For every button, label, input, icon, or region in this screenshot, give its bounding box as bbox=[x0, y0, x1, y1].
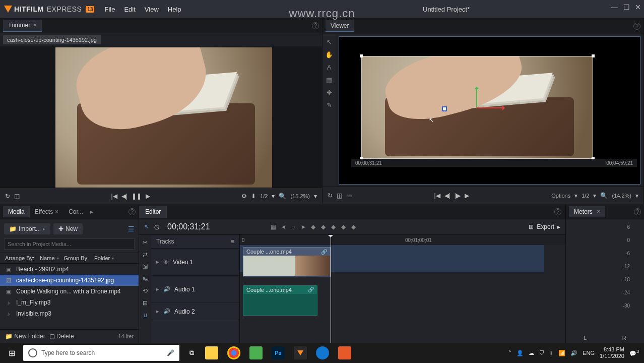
taskbar-search[interactable]: Type here to search 🎤 bbox=[23, 345, 179, 361]
menu-view[interactable]: View bbox=[145, 6, 159, 13]
magnify-icon[interactable]: 🔍 bbox=[279, 193, 286, 200]
grid-tool-icon[interactable]: ▦ bbox=[326, 76, 332, 84]
media-search-input[interactable] bbox=[4, 238, 135, 250]
mark-in-icon[interactable]: ◄ bbox=[281, 223, 286, 230]
trimmer-ratio[interactable]: 1/2 bbox=[260, 193, 268, 199]
notifications-icon[interactable]: 💬3 bbox=[629, 349, 639, 357]
language-indicator[interactable]: ENG bbox=[583, 350, 595, 356]
minimize-icon[interactable]: — bbox=[611, 3, 618, 11]
help-icon[interactable]: ? bbox=[128, 208, 136, 215]
prev-frame-icon[interactable]: |◀ bbox=[111, 193, 117, 200]
clock-icon[interactable]: ◷ bbox=[154, 223, 159, 230]
track-video-1[interactable]: ▸👁 Video 1 bbox=[151, 249, 239, 276]
viewer-canvas[interactable]: ↖ 00;00;31;21 00;04;59;21 bbox=[339, 36, 640, 185]
help-icon[interactable]: ? bbox=[633, 23, 640, 30]
tracks-menu-icon[interactable]: ≡ bbox=[231, 238, 234, 245]
tab-cor[interactable]: Cor... bbox=[63, 206, 88, 217]
more-tabs-icon[interactable]: ▸ bbox=[90, 208, 93, 215]
volume-icon[interactable]: 🔊 bbox=[570, 350, 577, 356]
media-item[interactable]: ♪Invisible.mp3 bbox=[0, 308, 139, 319]
go-start-icon[interactable]: |◀ bbox=[434, 192, 440, 199]
app-edge[interactable] bbox=[311, 343, 334, 363]
y-axis-icon[interactable] bbox=[476, 87, 477, 108]
rate-tool-icon[interactable]: ⇲ bbox=[143, 263, 148, 270]
tab-meters[interactable]: Meters× bbox=[569, 206, 605, 217]
people-icon[interactable]: 👤 bbox=[517, 350, 524, 356]
start-button[interactable]: ⊞ bbox=[0, 343, 23, 363]
select-tool-icon[interactable]: ↖ bbox=[144, 223, 149, 230]
menu-edit[interactable]: Edit bbox=[124, 6, 135, 13]
tab-editor[interactable]: Editor bbox=[139, 206, 167, 218]
tab-viewer[interactable]: Viewer bbox=[326, 20, 354, 32]
delete-button[interactable]: ▢ Delete bbox=[49, 333, 74, 340]
loop-icon[interactable]: ↻ bbox=[5, 193, 10, 200]
text-tool-icon[interactable]: A bbox=[327, 64, 332, 71]
origin-marker-icon[interactable] bbox=[442, 106, 447, 111]
key-end-icon[interactable]: ◆ bbox=[351, 223, 356, 230]
task-view-icon[interactable]: ⧉ bbox=[182, 343, 201, 363]
step-fwd-icon[interactable]: |▶ bbox=[455, 192, 461, 199]
play-icon[interactable]: ▶ bbox=[465, 192, 469, 199]
arrange-by-dropdown[interactable]: Arrange By: Name▾ bbox=[5, 255, 59, 261]
media-item[interactable]: 🖼cash-close-up-counting-1435192.jpg bbox=[0, 275, 139, 286]
loop-icon[interactable]: ↻ bbox=[328, 192, 333, 199]
snap-tool-icon[interactable]: ⊟ bbox=[143, 299, 148, 307]
app-chrome[interactable] bbox=[223, 343, 245, 363]
maximize-icon[interactable]: ☐ bbox=[623, 3, 630, 11]
close-icon[interactable]: ✕ bbox=[635, 3, 641, 11]
select-tool-icon[interactable]: ↖ bbox=[327, 38, 332, 46]
tab-trimmer-close-icon[interactable]: × bbox=[33, 22, 37, 29]
snap-icon[interactable]: ▦ bbox=[271, 223, 276, 230]
x-axis-icon[interactable] bbox=[476, 107, 504, 108]
menu-file[interactable]: File bbox=[104, 6, 115, 13]
list-view-icon[interactable]: ☰ bbox=[128, 225, 135, 233]
export-button[interactable]: ⊞ Export ▸ bbox=[529, 223, 560, 230]
media-item[interactable]: ♪I_m_Fly.mp3 bbox=[0, 297, 139, 308]
wifi-icon[interactable]: 📶 bbox=[558, 350, 565, 356]
magnify-icon[interactable]: 🔍 bbox=[600, 192, 608, 199]
track-audio-1[interactable]: ▸🔊 Audio 1 bbox=[151, 276, 239, 303]
mark-out-icon[interactable]: ► bbox=[301, 223, 306, 230]
video-clip[interactable]: Couple ...one.mp4🔗 bbox=[243, 247, 331, 277]
audio-clip[interactable]: Couple ...one.mp4🔗 bbox=[243, 285, 317, 316]
hand-tool-icon[interactable]: ✋ bbox=[325, 51, 333, 58]
tab-media[interactable]: Media bbox=[3, 206, 30, 217]
help-icon[interactable]: ? bbox=[634, 208, 641, 215]
visibility-icon[interactable]: 👁 bbox=[163, 259, 169, 265]
viewer-ratio[interactable]: 1/2 bbox=[582, 193, 589, 199]
roll-tool-icon[interactable]: ⟲ bbox=[143, 287, 148, 294]
media-item[interactable]: ▣Beach - 29982.mp4 bbox=[0, 264, 139, 275]
mute-icon[interactable]: 🔊 bbox=[163, 286, 170, 292]
detach-icon[interactable]: ◫ bbox=[14, 193, 20, 200]
mic-icon[interactable]: 🎤 bbox=[167, 349, 174, 356]
detach-icon[interactable]: ◫ bbox=[337, 192, 342, 199]
key-next-icon[interactable]: ◆ bbox=[331, 223, 336, 230]
app-orange[interactable] bbox=[334, 343, 356, 363]
slip-tool-icon[interactable]: ⇄ bbox=[143, 251, 148, 258]
magnet-icon[interactable]: ∪ bbox=[143, 312, 148, 319]
app-green[interactable] bbox=[245, 343, 267, 363]
help-icon[interactable]: ? bbox=[312, 22, 319, 29]
media-item[interactable]: ▣Couple Walking on... with a Drone.mp4 bbox=[0, 286, 139, 297]
tab-effects[interactable]: Effects × bbox=[30, 206, 63, 217]
security-icon[interactable]: ⛉ bbox=[539, 350, 545, 356]
group-by-dropdown[interactable]: Group By: Folder▾ bbox=[64, 255, 114, 261]
timeline-ruler[interactable]: 0 00;01;00;01 bbox=[240, 235, 565, 245]
settings-icon[interactable]: ⚙ bbox=[241, 193, 247, 200]
pen-tool-icon[interactable]: ✎ bbox=[327, 101, 332, 109]
menu-help[interactable]: Help bbox=[168, 6, 181, 13]
aspect-icon[interactable]: ▭ bbox=[346, 192, 352, 199]
new-button[interactable]: ✚ New bbox=[53, 223, 83, 234]
slice-tool-icon[interactable]: ✂ bbox=[143, 239, 148, 246]
move-tool-icon[interactable]: ✥ bbox=[327, 89, 332, 96]
bluetooth-icon[interactable]: ᛒ bbox=[550, 350, 553, 356]
help-icon[interactable]: ? bbox=[554, 208, 561, 215]
key-add-icon[interactable]: ◆ bbox=[341, 223, 346, 230]
mute-icon[interactable]: 🔊 bbox=[163, 308, 170, 315]
circle-icon[interactable]: ○ bbox=[291, 223, 296, 230]
new-folder-button[interactable]: 📁 New Folder bbox=[5, 333, 45, 340]
key-prev-icon[interactable]: ◆ bbox=[311, 223, 316, 230]
download-icon[interactable]: ⬇ bbox=[251, 193, 256, 200]
app-photoshop[interactable]: Ps bbox=[267, 343, 289, 363]
track-audio-2[interactable]: ▸🔊 Audio 2 bbox=[151, 303, 239, 320]
